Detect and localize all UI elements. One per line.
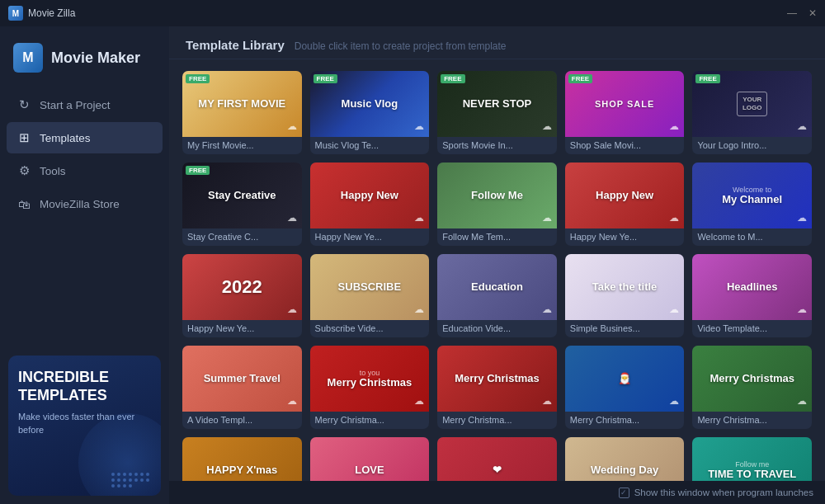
promo-dots [111, 473, 153, 488]
template-card[interactable]: Wedding Day☁Kraft Paper Effe... [565, 437, 685, 481]
promo-body: Make videos faster than ever before [18, 411, 151, 436]
app-body: M Movie Maker ↻ Start a Project ⊞ Templa… [0, 26, 825, 504]
template-card[interactable]: FREEMusic Vlog☁Music Vlog Te... [310, 71, 430, 154]
template-label: Simple Busines... [565, 320, 685, 337]
free-badge: FREE [568, 74, 592, 83]
templates-grid: FREEMY FIRST MOVIE☁My First Movie...FREE… [182, 71, 812, 481]
main-content: Template Library Double click item to cr… [169, 26, 825, 504]
sidebar-promo: INCREDIBLE TEMPLATES Make videos faster … [8, 356, 161, 496]
template-label: Happy New Ye... [182, 320, 302, 337]
template-label: Happy New Ye... [565, 228, 685, 246]
sidebar-item-templates[interactable]: ⊞ Templates [7, 122, 163, 153]
template-label: Video Template... [692, 320, 812, 337]
sidebar-item-label-start: Start a Project [40, 99, 111, 111]
sidebar-logo: M Movie Maker [0, 35, 169, 89]
templates-grid-wrapper[interactable]: FREEMY FIRST MOVIE☁My First Movie...FREE… [169, 59, 825, 481]
template-label: Merry Christma... [692, 412, 812, 429]
template-label: Your Logo Intro... [692, 137, 812, 154]
sidebar-item-label-store: MovieZilla Store [40, 198, 120, 210]
template-card[interactable]: LOVE☁A Pink Templat... [310, 437, 430, 481]
sidebar-item-label-tools: Tools [40, 165, 66, 177]
template-card[interactable]: Education☁Education Vide... [437, 254, 557, 337]
sidebar-logo-icon: M [13, 43, 43, 73]
template-card[interactable]: FREEYOURLOGO☁Your Logo Intro... [692, 71, 812, 154]
sidebar-logo-text: Movie Maker [51, 49, 140, 67]
template-label: Sports Movie In... [437, 137, 557, 154]
template-label: My First Movie... [182, 137, 302, 154]
template-card[interactable]: FREEMY FIRST MOVIE☁My First Movie... [182, 71, 302, 154]
template-label: Education Vide... [437, 320, 557, 337]
close-button[interactable]: ✕ [808, 7, 817, 19]
promo-headline: INCREDIBLE TEMPLATES [18, 369, 151, 404]
main-title: Template Library [186, 38, 285, 52]
template-card[interactable]: Merry Christmas☁Merry Christma... [692, 346, 812, 429]
titlebar-controls: — ✕ [787, 7, 817, 19]
template-label: Welcome to M... [692, 228, 812, 246]
sidebar-item-label-templates: Templates [40, 132, 91, 144]
template-card[interactable]: ❤☁A Heart Frame... [437, 437, 557, 481]
titlebar: M Movie Zilla — ✕ [0, 0, 825, 26]
template-label: Follow Me Tem... [437, 228, 557, 246]
template-label: Music Vlog Te... [310, 137, 430, 154]
free-badge: FREE [186, 166, 210, 175]
minimize-button[interactable]: — [787, 7, 797, 19]
templates-icon: ⊞ [16, 130, 31, 145]
store-icon: 🛍 [16, 196, 31, 211]
app-logo-icon: M [8, 6, 23, 21]
template-label: Merry Christma... [437, 412, 557, 429]
template-card[interactable]: HAPPY X'mas☁Happy X'mas T... [182, 437, 302, 481]
template-card[interactable]: SUBSCRIBE☁Subscribe Vide... [310, 254, 430, 337]
template-card[interactable]: Follow Me☁Follow Me Tem... [437, 163, 557, 246]
template-label: Shop Sale Movi... [565, 137, 685, 154]
template-card[interactable]: FREENEVER STOP☁Sports Movie In... [437, 71, 557, 154]
free-badge: FREE [695, 74, 719, 83]
bottom-bar: ✓ Show this window when program launches [169, 481, 825, 504]
template-card[interactable]: Take the title☁Simple Busines... [565, 254, 685, 337]
template-card[interactable]: Happy New☁Happy New Ye... [565, 163, 685, 246]
template-card[interactable]: Summer Travel☁A Video Templ... [182, 346, 302, 429]
template-card[interactable]: FREEStay Creative☁Stay Creative C... [182, 163, 302, 246]
template-card[interactable]: FREESHOP SALE☁Shop Sale Movi... [565, 71, 685, 154]
template-card[interactable]: 🎅☁Merry Christma... [565, 346, 685, 429]
show-on-launch-checkbox[interactable]: ✓ [619, 488, 629, 498]
template-card[interactable]: to youMerry Christmas☁Merry Christma... [310, 346, 430, 429]
template-label: Merry Christma... [310, 412, 430, 429]
template-label: Subscribe Vide... [310, 320, 430, 337]
main-subtitle: Double click item to create project from… [295, 40, 507, 52]
sidebar-item-start-project[interactable]: ↻ Start a Project [7, 89, 163, 120]
template-label: Happy New Ye... [310, 228, 430, 246]
titlebar-left: M Movie Zilla [8, 6, 75, 21]
app-title: Movie Zilla [28, 7, 75, 19]
main-header: Template Library Double click item to cr… [169, 26, 825, 59]
show-on-launch-label: Show this window when program launches [634, 488, 813, 497]
free-badge: FREE [314, 74, 337, 83]
template-card[interactable]: Follow meTIME TO TRAVEL☁Travel Template.… [692, 437, 812, 481]
template-card[interactable]: Happy New☁Happy New Ye... [310, 163, 430, 246]
tools-icon: ⚙ [16, 163, 31, 178]
template-label: Merry Christma... [565, 412, 685, 429]
sidebar-nav: ↻ Start a Project ⊞ Templates ⚙ Tools 🛍 … [0, 89, 169, 347]
free-badge: FREE [186, 74, 210, 83]
start-project-icon: ↻ [16, 97, 31, 112]
template-card[interactable]: Headlines☁Video Template... [692, 254, 812, 337]
sidebar-item-store[interactable]: 🛍 MovieZilla Store [7, 188, 163, 219]
free-badge: FREE [441, 74, 464, 83]
template-card[interactable]: Merry Christmas☁Merry Christma... [437, 346, 557, 429]
template-label: Stay Creative C... [182, 228, 302, 246]
template-card[interactable]: Welcome toMy Channel☁Welcome to M... [692, 163, 812, 246]
sidebar: M Movie Maker ↻ Start a Project ⊞ Templa… [0, 26, 169, 504]
template-card[interactable]: 2022☁Happy New Ye... [182, 254, 302, 337]
sidebar-item-tools[interactable]: ⚙ Tools [7, 155, 163, 186]
template-label: A Video Templ... [182, 412, 302, 429]
